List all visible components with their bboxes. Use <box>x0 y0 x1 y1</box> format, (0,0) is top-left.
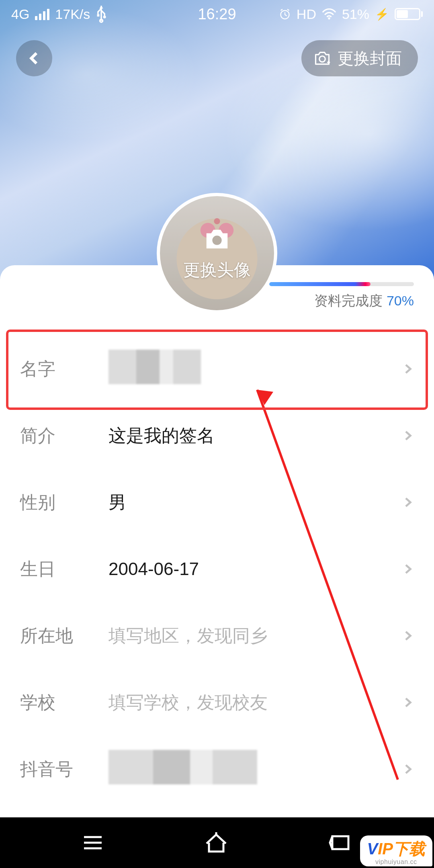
progress-bar <box>269 282 414 286</box>
row-birthday[interactable]: 生日 2004-06-17 <box>0 536 434 602</box>
svg-point-3 <box>328 17 330 19</box>
row-label: 学校 <box>20 691 108 714</box>
svg-point-4 <box>319 56 326 62</box>
chevron-left-icon <box>27 51 41 65</box>
row-value <box>108 750 402 788</box>
status-bar: 4G 17K/s 16:29 HD 51% ⚡ <box>0 0 434 28</box>
row-value: 2004-06-17 <box>108 559 402 579</box>
battery-percent: 51% <box>342 6 369 22</box>
row-label: 抖音号 <box>20 757 108 781</box>
alarm-icon <box>279 8 291 20</box>
row-bio[interactable]: 简介 这是我的签名 <box>0 402 434 469</box>
svg-point-0 <box>103 15 106 18</box>
chevron-right-icon <box>402 763 414 775</box>
chevron-right-icon <box>402 630 414 642</box>
svg-point-5 <box>212 235 221 245</box>
camera-icon <box>203 225 231 253</box>
svg-rect-1 <box>97 14 100 16</box>
charging-icon: ⚡ <box>375 8 389 21</box>
chevron-right-icon <box>402 563 414 575</box>
chevron-right-icon <box>402 430 414 442</box>
status-time: 16:29 <box>198 6 236 23</box>
change-cover-label: 更换封面 <box>338 47 402 70</box>
row-label: 所在地 <box>20 624 108 648</box>
avatar-button[interactable]: 更换头像 <box>157 193 277 313</box>
row-label: 生日 <box>20 557 108 581</box>
chevron-right-icon <box>402 696 414 708</box>
network-type: 4G <box>11 6 29 22</box>
profile-fields-list: 名字 简介 这是我的签名 性别 男 生日 2004-06-17 所在地 填写地区… <box>0 336 434 802</box>
progress-label-text: 资料完成度 <box>314 293 386 308</box>
row-value <box>108 350 402 388</box>
back-button[interactable] <box>16 40 52 76</box>
chevron-right-icon <box>402 363 414 375</box>
row-value: 男 <box>108 491 402 514</box>
battery-icon <box>395 8 423 20</box>
wifi-icon <box>322 8 336 20</box>
nav-back-icon[interactable] <box>328 833 352 852</box>
network-speed: 17K/s <box>55 6 90 22</box>
change-avatar-label: 更换头像 <box>183 259 251 281</box>
watermark-badge: VIP下载 viphuiyuan.cc <box>360 835 432 866</box>
row-school[interactable]: 学校 填写学校，发现校友 <box>0 669 434 736</box>
row-gender[interactable]: 性别 男 <box>0 469 434 536</box>
row-placeholder: 填写学校，发现校友 <box>108 691 402 714</box>
row-name[interactable]: 名字 <box>0 336 434 402</box>
row-placeholder: 填写地区，发现同乡 <box>108 624 402 648</box>
change-cover-button[interactable]: 更换封面 <box>301 40 418 76</box>
usb-icon <box>96 5 107 24</box>
hd-indicator: HD <box>297 6 316 22</box>
row-label: 性别 <box>20 491 108 514</box>
row-label: 简介 <box>20 424 108 448</box>
profile-completion: 资料完成度 70% <box>269 282 414 310</box>
row-location[interactable]: 所在地 填写地区，发现同乡 <box>0 602 434 669</box>
camera-add-icon <box>313 49 331 67</box>
row-label: 名字 <box>20 357 108 381</box>
signal-icon <box>35 8 49 20</box>
nav-recents-icon[interactable] <box>82 834 104 852</box>
progress-percent: 70% <box>387 293 414 308</box>
chevron-right-icon <box>402 496 414 508</box>
nav-home-icon[interactable] <box>203 831 229 854</box>
row-douyin-id[interactable]: 抖音号 <box>0 736 434 802</box>
row-value: 这是我的签名 <box>108 424 402 448</box>
